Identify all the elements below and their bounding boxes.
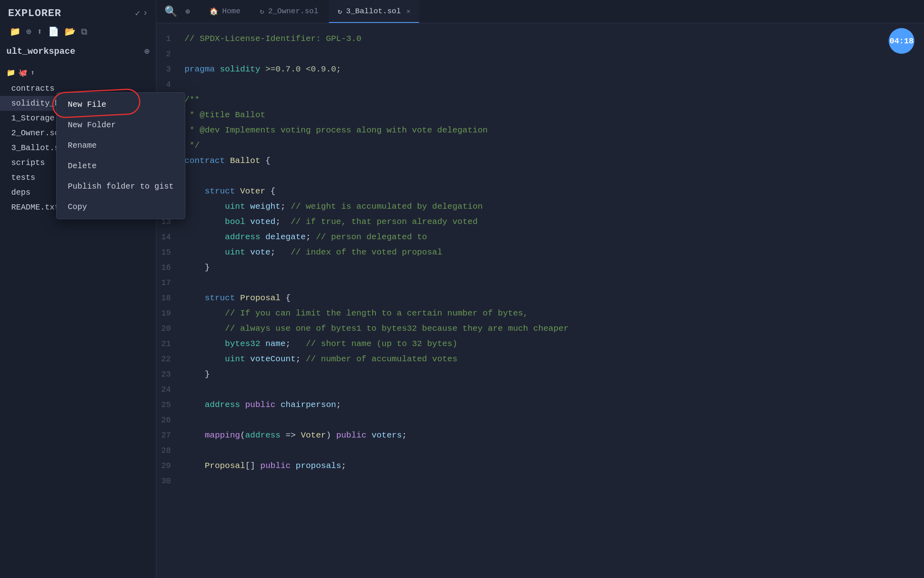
github2-icon: 🐙	[18, 68, 27, 77]
code-line-23: 23 }	[156, 367, 924, 382]
zoom-controls: 🔍 ⊕	[160, 3, 194, 20]
code-line-6: 6 * @title Ballot	[156, 108, 924, 123]
workspace-icons: 📁 ⊕ ⬆ 📄 📂 ⧉	[10, 26, 87, 37]
time-badge: 04:18	[889, 28, 914, 54]
sidebar-section-icons: 📁 🐙 ⬆	[0, 63, 156, 81]
context-menu: New File New Folder Rename Delete Publis…	[56, 92, 185, 219]
code-line-18: 18 struct Proposal {	[156, 291, 924, 306]
tab-ballot[interactable]: ↻ 3_Ballot.sol ✕	[329, 0, 419, 23]
home-tab-icon: 🏠	[209, 7, 218, 16]
zoom-out-icon[interactable]: 🔍	[160, 3, 181, 20]
code-line-13: 13 bool voted; // if true, that person a…	[156, 214, 924, 230]
code-line-20: 20 // always use one of bytes1 to bytes3…	[156, 321, 924, 336]
sidebar-title: EXPLORER	[8, 7, 61, 19]
context-menu-delete[interactable]: Delete	[57, 156, 185, 176]
code-line-26: 26	[156, 413, 924, 428]
code-line-19: 19 // If you can limit the length to a c…	[156, 306, 924, 321]
sidebar: EXPLORER ✓ › 📁 ⊕ ⬆ 📄 📂 ⧉ ult_workspace ⊕…	[0, 0, 156, 578]
code-line-10: 10	[156, 169, 924, 184]
code-line-15: 15 uint vote; // index of the voted prop…	[156, 245, 924, 260]
tab-bar: 🔍 ⊕ 🏠 Home ↻ 2_Owner.sol ↻ 3_Ballot.sol …	[156, 0, 924, 23]
code-line-24: 24	[156, 382, 924, 397]
ballot-tab-label: 3_Ballot.sol	[346, 7, 401, 16]
code-line-29: 29 Proposal[] public proposals;	[156, 458, 924, 474]
code-line-14: 14 address delegate; // person delegated…	[156, 230, 924, 245]
code-line-16: 16 }	[156, 260, 924, 275]
chevron-right-icon[interactable]: ›	[143, 8, 148, 18]
tab-owner[interactable]: ↻ 2_Owner.sol	[251, 0, 327, 23]
code-line-9: 9 contract Ballot {	[156, 153, 924, 169]
ballot-tab-close[interactable]: ✕	[407, 7, 411, 15]
code-line-11: 11 struct Voter {	[156, 184, 924, 199]
context-menu-new-folder[interactable]: New Folder	[57, 115, 185, 135]
code-line-25: 25 address public chairperson;	[156, 397, 924, 413]
owner-tab-label: 2_Owner.sol	[268, 7, 318, 16]
folder2-icon: 📁	[6, 68, 15, 77]
tab-home[interactable]: 🏠 Home	[201, 0, 249, 23]
add-file-icon[interactable]: 📄	[48, 26, 59, 37]
main-editor: 🔍 ⊕ 🏠 Home ↻ 2_Owner.sol ↻ 3_Ballot.sol …	[156, 0, 924, 578]
folder-icon[interactable]: 📁	[10, 26, 20, 37]
code-line-5: 5 /**	[156, 92, 924, 108]
code-line-3: 3 pragma solidity >=0.7.0 <0.9.0;	[156, 62, 924, 77]
check-icon[interactable]: ✓	[135, 8, 140, 19]
copy-icon[interactable]: ⧉	[81, 27, 87, 37]
code-line-21: 21 bytes32 name; // short name (up to 32…	[156, 336, 924, 352]
owner-tab-icon: ↻	[260, 7, 264, 16]
contracts-label: contracts	[11, 84, 55, 93]
code-line-27: 27 mapping(address => Voter) public vote…	[156, 428, 924, 443]
code-line-28: 28	[156, 443, 924, 458]
upload-icon[interactable]: ⬆	[37, 26, 42, 37]
code-line-4: 4	[156, 77, 924, 92]
context-menu-copy[interactable]: Copy	[57, 197, 185, 217]
code-line-12: 12 uint weight; // weight is accumulated…	[156, 199, 924, 214]
ballot-tab-icon: ↻	[338, 7, 342, 16]
code-line-7: 7 * @dev Implements voting process along…	[156, 123, 924, 138]
code-line-22: 22 uint voteCount; // number of accumula…	[156, 352, 924, 367]
code-area: 1 // SPDX-License-Identifier: GPL-3.0 2 …	[156, 23, 924, 578]
upload2-icon: ⬆	[30, 68, 35, 77]
sidebar-header-icons: ✓ ›	[135, 8, 148, 19]
zoom-in-icon[interactable]: ⊕	[181, 4, 194, 19]
context-menu-publish-gist[interactable]: Publish folder to gist	[57, 176, 185, 197]
add-folder-icon[interactable]: 📂	[65, 26, 75, 37]
github-icon[interactable]: ⊕	[26, 26, 31, 37]
sidebar-section-icons-row: 📁 🐙 ⬆	[6, 66, 150, 79]
code-line-8: 8 */	[156, 138, 924, 153]
code-line-2: 2	[156, 47, 924, 62]
workspace-name-bar: ult_workspace ⊕	[0, 42, 156, 61]
code-line-17: 17	[156, 275, 924, 291]
workspace-bar: 📁 ⊕ ⬆ 📄 📂 ⧉	[3, 23, 153, 41]
context-menu-rename[interactable]: Rename	[57, 135, 185, 156]
sidebar-header: EXPLORER ✓ ›	[0, 0, 156, 23]
workspace-expand-icon[interactable]: ⊕	[144, 46, 150, 57]
context-menu-new-file[interactable]: New File	[57, 94, 185, 115]
code-line-30: 30	[156, 474, 924, 489]
code-line-1: 1 // SPDX-License-Identifier: GPL-3.0	[156, 31, 924, 47]
home-tab-label: Home	[222, 7, 241, 16]
workspace-name: ult_workspace	[6, 47, 75, 57]
